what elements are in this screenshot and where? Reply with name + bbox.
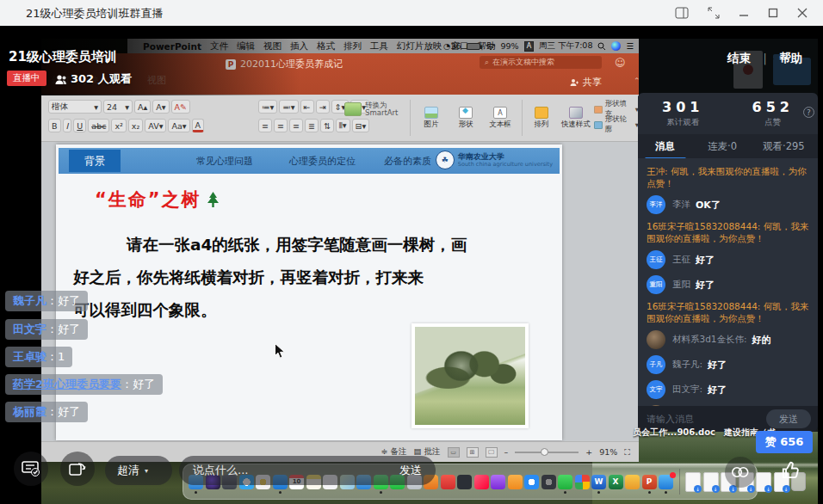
chevron-down-icon: ▾	[145, 467, 148, 475]
dock-icon-chrome[interactable]	[575, 475, 590, 489]
slide-nav-item[interactable]: 必备的素质	[384, 155, 431, 168]
comment-send-button[interactable]: 发送	[399, 463, 422, 478]
justify-button[interactable]: ≣	[305, 119, 319, 132]
align-left-button[interactable]: ≡	[258, 119, 272, 132]
input-language-icon[interactable]: A	[524, 41, 534, 52]
help-button[interactable]: 帮助	[779, 51, 802, 66]
wifi-icon[interactable]	[486, 42, 496, 51]
spotlight-search-icon[interactable]	[597, 42, 606, 51]
insert-picture-button[interactable]: 图片	[415, 98, 448, 136]
text-direction-button[interactable]: ⇅	[320, 119, 334, 132]
font-name-select[interactable]: 楷体▾	[48, 100, 102, 114]
danmaku-toggle-button[interactable]	[14, 452, 48, 486]
slide-nav-item[interactable]: 常见心理问题	[196, 155, 253, 168]
like-count-badge[interactable]: 赞 656	[756, 431, 813, 453]
dock-document-2[interactable]	[703, 472, 719, 492]
font-color-button[interactable]: A	[192, 119, 205, 132]
comment-input-pill[interactable]: 说点什么... 发送	[179, 456, 436, 485]
dock-document-5[interactable]	[756, 472, 771, 492]
text-box-align-button[interactable]: ⊟▾	[352, 119, 370, 132]
dock-icon-podcasts[interactable]	[491, 475, 505, 489]
char-spacing-button[interactable]: AV▾	[145, 119, 166, 132]
convert-smartart-button[interactable]: 转换为SmartArt	[344, 101, 398, 117]
dock-icon-music[interactable]	[474, 475, 489, 489]
chat-send-button[interactable]: 发送	[766, 409, 811, 428]
shape-outline-icon	[594, 121, 603, 129]
insert-shape-button[interactable]: 形状	[449, 98, 482, 136]
stats-help-icon[interactable]: ?	[803, 107, 814, 118]
zoom-slider[interactable]	[515, 452, 579, 453]
normal-view-button[interactable]: ▭	[448, 447, 460, 458]
slide-nav-item[interactable]: 心理委员的定位	[289, 155, 356, 168]
dock-icon-wechat[interactable]	[558, 475, 572, 489]
comment-input[interactable]: 说点什么...	[193, 463, 248, 478]
ppt-search-input[interactable]: ⌕ 在演示文稿中搜索	[480, 56, 602, 69]
siri-icon[interactable]	[611, 41, 621, 51]
rotate-screen-button[interactable]	[60, 452, 95, 486]
chat-input[interactable]: 请输入消息	[647, 413, 766, 426]
zoom-out-button[interactable]: –	[504, 447, 509, 457]
notification-center-icon[interactable]: ☰	[626, 41, 634, 51]
strikethrough-button[interactable]: abc	[88, 119, 109, 132]
like-button[interactable]	[776, 455, 807, 486]
presenter-view-button[interactable]: 🖵	[486, 447, 498, 458]
bullet-list-button[interactable]: ≔▾	[258, 100, 277, 114]
zoom-slider-knob[interactable]	[541, 448, 548, 456]
dock-icon-word[interactable]: W	[591, 475, 606, 489]
align-center-button[interactable]: ≡	[274, 119, 288, 132]
fit-window-button[interactable]: ⛶	[624, 447, 630, 458]
shape-outline-button[interactable]: 形状轮廓 ▾	[594, 119, 639, 131]
avatar: 王征	[647, 250, 665, 269]
chat-message-list[interactable]: 王冲: 何凯，我来围观你的直播啦，为你点赞！ 李洋李洋OK了 16班宋子暄158…	[638, 158, 818, 406]
bold-button[interactable]: B	[48, 119, 61, 132]
dock-icon-archive[interactable]	[625, 475, 640, 489]
grow-font-button[interactable]: A▴	[134, 100, 151, 114]
shape-fill-button[interactable]: 形状填充 ▾	[594, 103, 639, 115]
insert-textbox-button[interactable]: A文本框	[484, 98, 517, 136]
zoom-level[interactable]: 91%	[599, 447, 617, 457]
clear-format-button[interactable]: A✎	[171, 100, 190, 114]
slide-nav-item-active[interactable]: 背景	[69, 150, 121, 172]
outdent-button[interactable]: ⇤	[300, 100, 314, 114]
dock-document-1[interactable]	[685, 472, 701, 492]
indent-button[interactable]: ⇥	[316, 100, 330, 114]
number-list-button[interactable]: ≕▾	[279, 100, 298, 114]
change-case-button[interactable]: Aa▾	[168, 119, 189, 132]
share-link-button[interactable]	[725, 457, 756, 488]
close-icon[interactable]	[797, 8, 808, 18]
tab-messages[interactable]: 消息	[655, 140, 675, 153]
panel-icon[interactable]	[675, 7, 689, 19]
arrange-button[interactable]: 排列	[525, 98, 558, 136]
quality-selector[interactable]: 超清▾	[105, 456, 172, 485]
superscript-button[interactable]: x²	[111, 119, 126, 132]
dock-icon-books[interactable]	[508, 475, 523, 489]
align-text-button[interactable]: ⫴▾	[336, 119, 350, 132]
dock-icon-tencent-classroom[interactable]	[659, 475, 673, 489]
end-stream-button[interactable]: 结束	[727, 51, 751, 66]
fullscreen-icon[interactable]	[708, 7, 720, 19]
dock-icon-excel[interactable]: X	[609, 475, 623, 489]
quick-styles-button[interactable]: 快速样式	[560, 98, 592, 136]
maximize-icon[interactable]	[768, 8, 778, 18]
tab-connect-mic[interactable]: 连麦·0	[708, 140, 737, 153]
slide-canvas[interactable]: 背景 常见心理问题 心理委员的定位 必备的素质 ☘ 华南农业大学 South c…	[56, 144, 562, 440]
subscript-button[interactable]: x₂	[128, 119, 143, 132]
zoom-in-button[interactable]: +	[585, 447, 592, 457]
dock-icon-powerpoint[interactable]: P	[642, 475, 657, 489]
dock-icon-appstore[interactable]	[524, 475, 539, 489]
italic-button[interactable]: I	[63, 119, 72, 132]
dock-icon-numbers[interactable]	[441, 475, 455, 489]
feedback-smiley-icon[interactable]: ☺	[615, 57, 626, 69]
shrink-font-button[interactable]: A▾	[152, 100, 169, 114]
menubar-clock[interactable]: 周三 下午7:08	[539, 40, 592, 52]
slide-sorter-button[interactable]: ⊞	[467, 447, 479, 458]
dock-icon-settings[interactable]	[541, 475, 556, 489]
dock-icon-stocks[interactable]	[457, 475, 472, 489]
align-right-button[interactable]: ≡	[289, 119, 303, 132]
ppt-share-button[interactable]: 共享	[570, 76, 602, 89]
tab-watching[interactable]: 观看·295	[763, 140, 805, 153]
font-size-select[interactable]: 24▾	[103, 100, 133, 114]
university-logo: ☘ 华南农业大学 South china agriculture univers…	[436, 151, 553, 169]
underline-button[interactable]: U	[73, 119, 86, 132]
minimize-icon[interactable]	[739, 8, 749, 18]
